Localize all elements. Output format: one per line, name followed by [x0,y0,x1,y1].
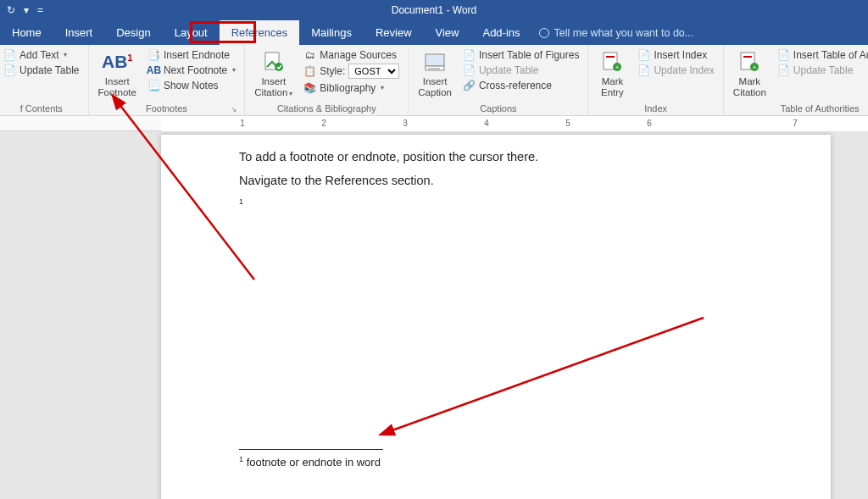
group-label-captions: Captions [414,103,582,115]
doc-paragraph-2[interactable]: Navigate to the References section. [239,174,753,187]
update-table-button[interactable]: 📄 Update Table [0,63,83,77]
doc-paragraph-3[interactable]: 1 [239,197,753,212]
footnote-text-1[interactable]: 1 footnote or endnote in word [239,455,753,469]
insert-index-button[interactable]: 📄 Insert Index [634,47,717,62]
ruler-num-4: 4 [484,119,489,128]
insert-footnote-label2: Footnote [98,87,136,98]
update-toa-label: Update Table [793,64,854,76]
update-index-label: Update Index [654,64,714,76]
tab-home[interactable]: Home [0,20,53,45]
horizontal-ruler[interactable]: 1 2 3 4 5 6 7 [161,116,868,131]
update-captions-icon: 📄 [463,64,476,76]
next-footnote-label: Next Footnote [164,64,227,76]
update-toa-button[interactable]: 📄 Update Table [774,63,868,77]
tab-references[interactable]: References [220,20,299,45]
mark-entry-l2: Entry [601,87,624,98]
title-bar: ↻ ▾ = Document1 - Word [0,0,868,20]
bibliography-icon: 📚 [303,81,316,94]
style-icon: 📋 [303,65,316,78]
bibliography-label: Bibliography [320,82,376,94]
ruler-num-7: 7 [793,119,798,128]
footnote-ab-icon: AB1 [104,49,130,75]
svg-rect-2 [426,54,444,66]
document-area: To add a footnote or endnote, position t… [0,131,868,499]
show-notes-button[interactable]: 📃 Show Notes [144,78,239,92]
group-citations: Insert Citation▾ 🗂 Manage Sources 📋 Styl… [245,45,409,115]
group-table-of-contents: 📄 Add Text▾ 📄 Update Table f Contents [0,45,89,115]
insert-footnote-button[interactable]: AB1 Insert Footnote [94,47,141,97]
tof-icon: 📄 [463,48,476,61]
show-notes-icon: 📃 [147,79,160,91]
group-label-index: Index [593,103,717,115]
update-index-button[interactable]: 📄 Update Index [634,63,717,77]
tab-insert[interactable]: Insert [53,20,105,45]
mark-citation-l2: Citation [733,87,766,98]
insert-tof-button[interactable]: 📄 Insert Table of Figures [459,47,583,62]
qat-dropdown-icon[interactable]: ▾ [24,4,29,16]
group-index: + Mark Entry 📄 Insert Index 📄 Update Ind… [588,45,723,115]
bibliography-button[interactable]: 📚 Bibliography▾ [300,80,403,95]
document-page[interactable]: To add a footnote or endnote, position t… [161,135,831,499]
tell-me-text: Tell me what you want to do... [554,27,694,39]
insert-index-icon: 📄 [637,48,650,61]
ruler-area: 1 2 3 4 5 6 7 [0,116,868,131]
tab-mailings[interactable]: Mailings [299,20,364,45]
ruler-num-3: 3 [403,119,408,128]
ribbon-tabs: Home Insert Design Layout References Mai… [0,20,868,45]
update-index-icon: 📄 [637,64,650,76]
add-text-label: Add Text [19,49,58,61]
group-label-footnotes: Footnotes ↘ [94,103,240,115]
mark-citation-button[interactable]: + Mark Citation [729,47,771,97]
style-selector[interactable]: 📋 Style: GOST - T [300,63,403,80]
footnote-ref-1: 1 [239,197,243,206]
qat-equals-icon[interactable]: = [37,4,43,16]
update-captions-button[interactable]: 📄 Update Table [459,63,583,77]
toa-icon: 📄 [777,48,790,61]
add-text-button[interactable]: 📄 Add Text▾ [0,47,83,62]
footnotes-dialog-launcher[interactable]: ↘ [231,105,237,114]
insert-toa-label: Insert Table of Authorities [793,49,868,61]
doc-paragraph-1[interactable]: To add a footnote or endnote, position t… [239,150,753,164]
footnote-body: footnote or endnote in word [243,456,381,469]
style-dropdown[interactable]: GOST - T [348,64,399,79]
group-label-toa: Table of Authorities [729,103,868,115]
insert-citation-l2: Citation▾ [254,87,292,98]
style-label: Style: [320,65,345,77]
update-table-label: Update Table [19,64,80,76]
quick-access-toolbar: ↻ ▾ = [0,4,43,16]
crossref-icon: 🔗 [463,79,476,91]
tab-review[interactable]: Review [364,20,424,45]
endnote-icon: 📑 [147,48,160,61]
document-icon: 📄 [3,48,16,61]
update-toa-icon: 📄 [777,64,790,76]
group-captions: Insert Caption 📄 Insert Table of Figures… [409,45,588,115]
next-footnote-icon: AB [147,64,160,76]
insert-citation-l1: Insert [261,76,286,87]
citation-icon [261,49,287,75]
insert-footnote-label1: Insert [105,76,130,87]
tab-view[interactable]: View [424,20,471,45]
tell-me-search[interactable]: Tell me what you want to do... [539,20,694,45]
insert-caption-button[interactable]: Insert Caption [414,47,456,97]
insert-toa-button[interactable]: 📄 Insert Table of Authorities [774,47,868,62]
manage-sources-button[interactable]: 🗂 Manage Sources [300,47,403,62]
update-captions-label: Update Table [479,64,539,76]
mark-entry-l1: Mark [602,76,624,87]
mark-entry-button[interactable]: + Mark Entry [593,47,631,97]
update-icon: 📄 [3,64,16,76]
mark-entry-icon: + [599,49,625,75]
tab-addins[interactable]: Add-ins [470,20,531,45]
svg-rect-6 [606,56,615,58]
ribbon: 📄 Add Text▾ 📄 Update Table f Contents AB… [0,45,868,116]
insert-caption-l1: Insert [423,76,448,87]
mark-citation-icon: + [737,49,762,75]
next-footnote-button[interactable]: AB Next Footnote▾ [144,63,239,77]
insert-citation-button[interactable]: Insert Citation▾ [250,47,297,97]
tab-layout[interactable]: Layout [163,20,220,45]
cross-reference-button[interactable]: 🔗 Cross-reference [459,78,583,92]
ruler-num-6: 6 [647,119,652,128]
mark-citation-l1: Mark [739,76,761,87]
insert-endnote-button[interactable]: 📑 Insert Endnote [144,47,239,62]
tab-design[interactable]: Design [104,20,162,45]
qat-refresh-icon[interactable]: ↻ [7,4,15,16]
